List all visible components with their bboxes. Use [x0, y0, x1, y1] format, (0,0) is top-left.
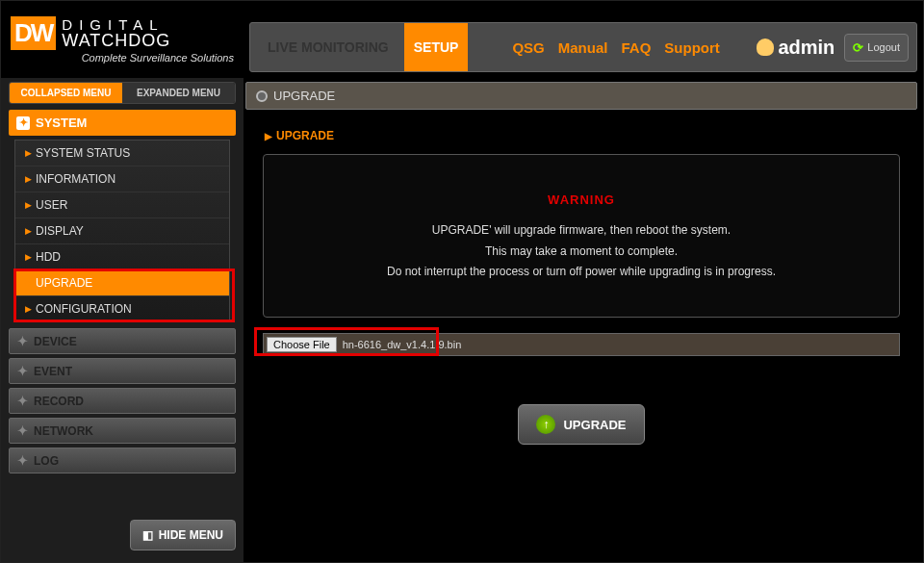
menu-toggle: COLLAPSED MENU EXPANDED MENU [9, 82, 236, 104]
warning-line: UPGRADE' will upgrade firmware, then reb… [432, 220, 731, 242]
warning-line: Do not interrupt the process or turn off… [387, 262, 776, 283]
sidebar: COLLAPSED MENU EXPANDED MENU ✦ SYSTEM ▶S… [1, 78, 244, 562]
sidebar-item-information[interactable]: ▶INFORMATION [15, 166, 229, 192]
expand-icon: ✦ [17, 334, 28, 348]
tab-live-monitoring[interactable]: LIVE MONITORING [258, 23, 398, 71]
expand-icon: ✦ [16, 116, 30, 130]
caret-icon: ▶ [25, 304, 32, 314]
current-user[interactable]: admin [757, 37, 834, 59]
link-support[interactable]: Support [664, 39, 720, 56]
header-links: QSG Manual FAQ Support [512, 39, 719, 56]
logo-abbrev: DW [11, 16, 56, 50]
logout-button[interactable]: ⟳ Logout [844, 34, 909, 62]
logo-line1: DIGITAL [62, 17, 170, 32]
hide-icon: ◧ [142, 528, 153, 542]
expand-icon: ✦ [17, 453, 28, 468]
menu-group-device[interactable]: ✦DEVICE [9, 328, 236, 354]
menu-group-network[interactable]: ✦NETWORK [9, 418, 236, 444]
menu-label: SYSTEM [36, 115, 87, 130]
link-faq[interactable]: FAQ [621, 39, 651, 56]
caret-icon: ▶ [25, 252, 32, 262]
sidebar-item-user[interactable]: ▶USER [15, 192, 229, 218]
caret-icon: ▶ [25, 200, 32, 210]
hide-label: HIDE MENU [159, 528, 223, 542]
toggle-expanded[interactable]: EXPANDED MENU [122, 83, 235, 103]
caret-icon: ▶ [25, 174, 32, 184]
file-select-row: Choose File hn-6616_dw_v1.4.1.9.bin [263, 333, 900, 356]
link-manual[interactable]: Manual [558, 39, 608, 56]
user-label: admin [778, 37, 834, 59]
breadcrumb-icon [256, 90, 268, 102]
breadcrumb-label: UPGRADE [273, 89, 335, 103]
caret-icon: ▶ [265, 131, 272, 141]
warning-line: This may take a moment to complete. [485, 242, 678, 263]
expand-icon: ✦ [17, 394, 28, 408]
logout-icon: ⟳ [853, 40, 863, 55]
expand-icon: ✦ [17, 364, 28, 378]
sidebar-item-system-status[interactable]: ▶SYSTEM STATUS [15, 141, 229, 166]
menu-group-record[interactable]: ✦RECORD [9, 388, 236, 414]
submenu-system: ▶SYSTEM STATUS ▶INFORMATION ▶USER ▶DISPL… [14, 140, 230, 322]
choose-file-button[interactable]: Choose File [267, 337, 337, 352]
logo-line2: WATCHDOG [62, 32, 170, 49]
logout-label: Logout [867, 41, 900, 53]
user-icon [757, 38, 774, 56]
sidebar-item-hdd[interactable]: ▶HDD [15, 244, 229, 270]
header-bar: LIVE MONITORING SETUP QSG Manual FAQ Sup… [249, 22, 917, 72]
brand-logo: DW DIGITAL WATCHDOG Complete Surveillanc… [1, 1, 244, 78]
upload-icon: ↑ [536, 415, 555, 434]
expand-icon: ✦ [17, 423, 28, 438]
menu-group-system[interactable]: ✦ SYSTEM [9, 110, 236, 136]
warning-label: WARNING [548, 189, 615, 211]
caret-icon: ▶ [25, 278, 32, 288]
selected-filename: hn-6616_dw_v1.4.1.9.bin [343, 339, 462, 350]
main-content: UPGRADE ▶ UPGRADE WARNING UPGRADE' will … [244, 78, 923, 562]
link-qsg[interactable]: QSG [512, 39, 544, 56]
section-title: ▶ UPGRADE [265, 129, 917, 142]
warning-panel: WARNING UPGRADE' will upgrade firmware, … [263, 154, 900, 318]
sidebar-item-display[interactable]: ▶DISPLAY [15, 218, 229, 244]
tab-setup[interactable]: SETUP [404, 23, 469, 71]
sidebar-item-upgrade[interactable]: ▶UPGRADE [15, 270, 229, 296]
logo-tagline: Complete Surveillance Solutions [11, 52, 234, 64]
breadcrumb: UPGRADE [245, 82, 917, 110]
caret-icon: ▶ [25, 148, 32, 158]
menu-group-log[interactable]: ✦LOG [9, 448, 236, 473]
upgrade-button[interactable]: ↑ UPGRADE [518, 404, 644, 445]
sidebar-item-configuration[interactable]: ▶CONFIGURATION [15, 296, 229, 321]
upgrade-button-label: UPGRADE [563, 418, 626, 432]
menu-group-event[interactable]: ✦EVENT [9, 358, 236, 384]
toggle-collapsed[interactable]: COLLAPSED MENU [10, 83, 122, 103]
caret-icon: ▶ [25, 226, 32, 236]
hide-menu-button[interactable]: ◧ HIDE MENU [130, 520, 236, 550]
